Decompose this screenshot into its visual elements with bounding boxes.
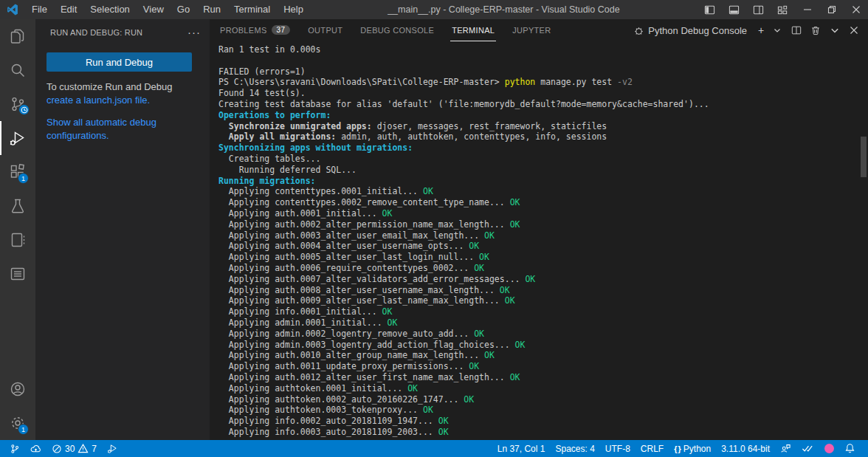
python-interpreter[interactable]: 3.11.0 64-bit — [716, 440, 775, 457]
terminal-output[interactable]: Ran 1 test in 0.000s FAILED (errors=1)PS… — [210, 41, 868, 440]
terminal-line — [218, 55, 868, 66]
run-debug-icon — [9, 129, 27, 147]
terminal-line: Applying admin.0003_logentry_add_action_… — [218, 340, 868, 351]
split-terminal-icon[interactable] — [788, 22, 805, 38]
panel-tab-terminal[interactable]: TERMINAL — [450, 19, 496, 41]
menu-file[interactable]: File — [25, 0, 54, 19]
hide-panel-icon[interactable] — [827, 22, 843, 38]
close-button[interactable] — [844, 0, 868, 19]
terminal-line: Applying admin.0001_initial... OK — [218, 317, 868, 329]
source-control-status[interactable] — [4, 440, 25, 457]
terminal-dropdown-icon[interactable] — [769, 22, 785, 38]
terminal-picker[interactable]: Python Debug Console — [630, 25, 750, 36]
minimize-button[interactable] — [795, 0, 819, 19]
terminal-line: Applying info.0003_auto_20181109_2003...… — [218, 427, 868, 438]
show-debug-configurations-link[interactable]: Show all automatic debug configurations. — [46, 117, 156, 141]
customize-layout-icon[interactable] — [771, 0, 795, 19]
encoding[interactable]: UTF-8 — [600, 440, 636, 457]
customize-hint: To customize Run and Debug create a laun… — [46, 80, 192, 107]
titlebar-controls — [698, 0, 868, 19]
account-icon — [9, 380, 27, 398]
lint-status[interactable] — [796, 440, 819, 457]
close-panel-icon[interactable] — [846, 22, 862, 38]
sidebar-item-extensions[interactable]: 1 — [0, 155, 35, 189]
terminal-line: Applying auth.0004_alter_user_username_o… — [218, 241, 868, 252]
errors-icon — [52, 444, 62, 454]
branch-icon — [10, 444, 20, 454]
status-bar-left: 30 7 — [4, 440, 123, 457]
toggle-sidebar-icon[interactable] — [698, 0, 722, 19]
terminal-line: Operations to perform: — [218, 110, 868, 121]
extension-status[interactable] — [819, 440, 839, 457]
source-control-sync-badge — [18, 104, 30, 115]
terminal-line: Applying info.0002_auto_20181109_1947...… — [218, 416, 868, 427]
toggle-secondary-sidebar-icon[interactable] — [746, 0, 771, 19]
language-mode[interactable]: { } Python — [669, 440, 716, 457]
run-and-debug-button[interactable]: Run and Debug — [46, 52, 192, 72]
terminal-scrollbar[interactable] — [861, 137, 867, 177]
menu-view[interactable]: View — [137, 0, 170, 19]
activity-bar-top: 1 — [0, 19, 35, 372]
panel-tabs: PROBLEMS37OUTPUTDEBUG CONSOLETERMINALJUP… — [218, 19, 630, 41]
panel-tab-debug-console[interactable]: DEBUG CONSOLE — [359, 19, 435, 41]
debug-status[interactable] — [102, 440, 123, 457]
panel-tab-jupyter[interactable]: JUPYTER — [511, 19, 552, 41]
pink-extension-icon — [824, 444, 834, 453]
tab-label: JUPYTER — [512, 26, 551, 35]
problems-status[interactable]: 30 7 — [46, 440, 102, 457]
cursor-position[interactable]: Ln 37, Col 1 — [492, 440, 551, 457]
terminal-line: Applying auth.0005_alter_user_last_login… — [218, 252, 868, 263]
list-icon — [9, 265, 27, 283]
terminal-line: Applying authtoken.0003_tokenproxy... OK — [218, 405, 868, 416]
tab-label: OUTPUT — [308, 26, 342, 35]
beaker-icon — [9, 197, 27, 215]
panel-tab-problems[interactable]: PROBLEMS37 — [218, 19, 292, 41]
publish-status[interactable] — [25, 440, 46, 457]
more-actions-icon[interactable]: ··· — [187, 29, 201, 36]
customize-hint-text: To customize Run and Debug — [46, 81, 173, 92]
menu-selection[interactable]: Selection — [83, 0, 136, 19]
terminal-line: Running deferred SQL... — [218, 165, 868, 176]
terminal-line: Applying auth.0011_update_proxy_permissi… — [218, 361, 868, 372]
terminal-line: Applying auth.0010_alter_group_name_max_… — [218, 350, 868, 361]
menu-edit[interactable]: Edit — [54, 0, 83, 19]
terminal-line: Applying admin.0002_logentry_remove_auto… — [218, 329, 868, 340]
menu-terminal[interactable]: Terminal — [227, 0, 277, 19]
cloud-upload-icon — [30, 443, 41, 454]
menu-go[interactable]: Go — [170, 0, 196, 19]
sidebar-item-explorer[interactable] — [0, 19, 35, 53]
create-launch-json-link[interactable]: create a launch.json file. — [46, 95, 150, 106]
double-check-icon — [802, 444, 814, 453]
vscode-logo-icon — [0, 4, 25, 16]
eol-sequence[interactable]: CRLF — [636, 440, 669, 457]
sidebar-item-search[interactable] — [0, 53, 35, 87]
terminal-line: Synchronize unmigrated apps: djoser, mes… — [218, 121, 868, 132]
sidebar-item-list-view[interactable] — [0, 257, 35, 291]
terminal-line: FAILED (errors=1) — [218, 66, 868, 78]
kill-terminal-icon[interactable] — [807, 22, 824, 38]
sidebar-item-source-control[interactable] — [0, 87, 35, 121]
panel-tab-output[interactable]: OUTPUT — [306, 19, 344, 41]
debug-configurations-hint: Show all automatic debug configurations. — [46, 116, 192, 142]
new-terminal-button[interactable]: + — [753, 22, 769, 38]
restore-button[interactable] — [819, 0, 844, 19]
indentation[interactable]: Spaces: 4 — [550, 440, 599, 457]
terminal-line: Applying auth.0001_initial... OK — [218, 208, 868, 219]
menu-help[interactable]: Help — [277, 0, 310, 19]
run-and-debug-sidebar: RUN AND DEBUG: RUN ··· Run and Debug To … — [35, 19, 210, 440]
sidebar-item-notebook[interactable] — [0, 223, 35, 257]
menu-run[interactable]: Run — [196, 0, 227, 19]
tab-badge: 37 — [272, 25, 291, 35]
settings-badge: 1 — [18, 424, 29, 435]
sidebar-item-testing[interactable] — [0, 189, 35, 223]
toggle-panel-icon[interactable] — [722, 0, 746, 19]
braces-icon: { } — [674, 444, 681, 453]
notifications[interactable] — [839, 440, 861, 457]
sidebar-item-run-and-debug[interactable] — [0, 121, 35, 155]
cursor-position-label: Ln 37, Col 1 — [497, 444, 545, 454]
warnings-count: 7 — [92, 444, 97, 454]
settings-button[interactable]: 1 — [0, 406, 35, 440]
terminal-line: Applying auth.0012_alter_user_first_name… — [218, 372, 868, 383]
account-button[interactable] — [0, 372, 35, 406]
feedback-status[interactable] — [775, 440, 796, 457]
